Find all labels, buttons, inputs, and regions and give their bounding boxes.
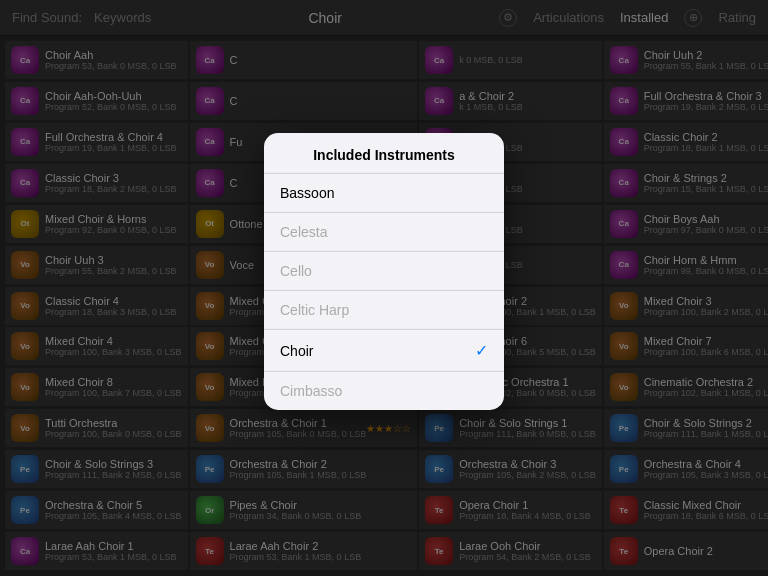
instrument-label: Cello xyxy=(280,263,312,279)
checkmark-icon: ✓ xyxy=(475,341,488,360)
instrument-list: BassoonCelestaCelloCeltic HarpChoir✓Cimb… xyxy=(264,174,504,410)
instrument-label: Choir xyxy=(280,342,313,358)
instrument-list-item[interactable]: Celtic Harp xyxy=(264,291,504,330)
instrument-list-item[interactable]: Cello xyxy=(264,252,504,291)
instrument-label: Bassoon xyxy=(280,185,334,201)
instrument-list-item[interactable]: Bassoon xyxy=(264,174,504,213)
instrument-label: Celesta xyxy=(280,224,327,240)
instrument-label: Celtic Harp xyxy=(280,302,349,318)
instrument-list-item[interactable]: Choir✓ xyxy=(264,330,504,372)
included-instruments-modal: Included Instruments BassoonCelestaCello… xyxy=(264,133,504,410)
instrument-list-item[interactable]: Cimbasso xyxy=(264,372,504,410)
instrument-label: Cimbasso xyxy=(280,383,342,399)
instrument-list-item[interactable]: Celesta xyxy=(264,213,504,252)
modal-title: Included Instruments xyxy=(264,133,504,174)
